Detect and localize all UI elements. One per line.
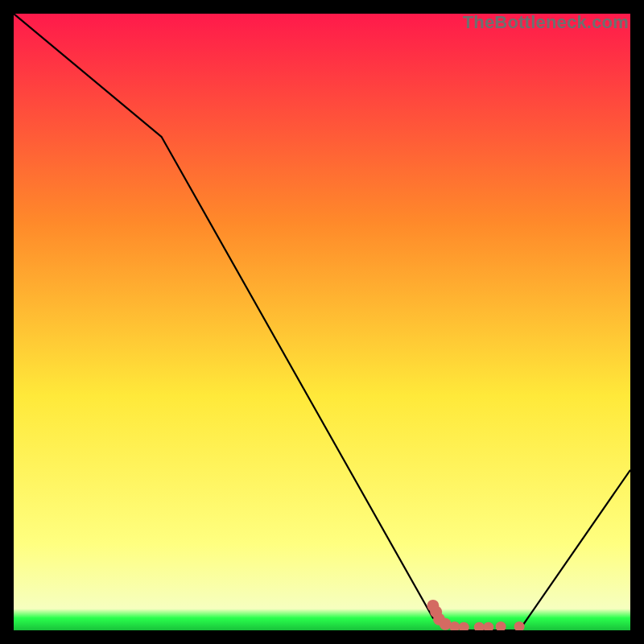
watermark-text: TheBottleneck.com xyxy=(463,12,629,33)
chart-plot xyxy=(14,14,630,630)
gradient-background xyxy=(14,14,630,630)
data-dot xyxy=(440,618,452,630)
chart-frame: TheBottleneck.com xyxy=(14,14,630,630)
